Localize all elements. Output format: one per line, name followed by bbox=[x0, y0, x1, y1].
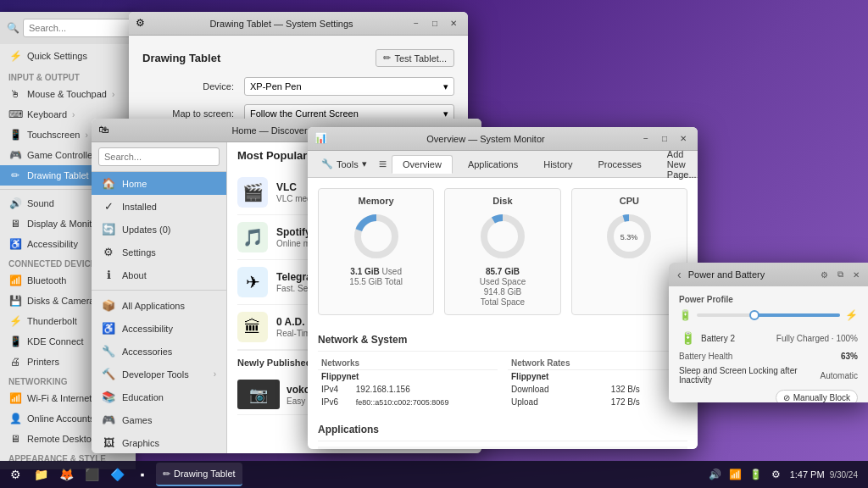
device-row: Device: XP-Pen Pen ▾ bbox=[142, 77, 454, 96]
nav-settings[interactable]: ⚙ Settings bbox=[92, 241, 226, 263]
nav-mouse-touchpad[interactable]: 🖱 Mouse & Touchpad › bbox=[0, 84, 136, 104]
nav-label: Developer Tools bbox=[122, 369, 189, 380]
vlc-app-icon: 🎬 bbox=[237, 177, 268, 208]
tray-network-icon[interactable]: 📶 bbox=[727, 466, 744, 483]
download-row: Download 132 B/s bbox=[508, 383, 687, 396]
kde-menu-icon[interactable]: ⚙ bbox=[3, 463, 27, 486]
nav-label: Quick Settings bbox=[27, 51, 87, 61]
nav-quick-settings[interactable]: ⚡ Quick Settings bbox=[0, 46, 136, 66]
kde-connect-icon: 📱 bbox=[8, 336, 22, 347]
taskbar-terminal-icon[interactable]: ⬛ bbox=[80, 463, 103, 486]
nav-education[interactable]: 📚 Education bbox=[92, 385, 226, 408]
chevron-right-icon: › bbox=[214, 369, 216, 379]
disk-stat-card: Disk 85.7 GiB Used Space 914.8 GiB Total… bbox=[444, 188, 560, 315]
tab-overview[interactable]: Overview bbox=[392, 155, 453, 174]
keyboard-icon: ⌨ bbox=[8, 108, 22, 120]
printers-icon: 🖨 bbox=[8, 356, 22, 368]
spotify-icon: 🎵 bbox=[242, 227, 264, 247]
nav-label: Display & Monitor bbox=[27, 219, 100, 229]
power-profile-track[interactable] bbox=[697, 313, 840, 317]
nav-updates[interactable]: 🔄 Updates (0) bbox=[92, 218, 226, 241]
tools-menu-button[interactable]: 🔧 Tools ▾ bbox=[314, 156, 374, 172]
sleep-value: Automatic bbox=[821, 371, 858, 380]
power-detach-icon[interactable]: ⧉ bbox=[833, 268, 847, 281]
tools-icon: 🔧 bbox=[321, 158, 333, 169]
display-icon: 🖥 bbox=[8, 218, 22, 230]
power-settings-icon[interactable]: ⚙ bbox=[817, 268, 831, 281]
monitor-controls: − □ ✕ bbox=[638, 131, 691, 147]
nav-label: Thunderbolt bbox=[27, 316, 77, 326]
cpu-percent-text: 5.3% bbox=[620, 233, 638, 241]
tray-battery-icon[interactable]: 🔋 bbox=[748, 466, 765, 483]
nav-home[interactable]: 🏠 Home bbox=[92, 172, 226, 195]
settings-window-icon: ⚙ bbox=[136, 17, 149, 30]
minimize-button[interactable]: − bbox=[638, 131, 654, 147]
slider-thumb bbox=[749, 310, 760, 320]
monitor-titlebar: 📊 Overview — System Monitor − □ ✕ bbox=[308, 127, 698, 151]
clock-time[interactable]: 1:47 PM bbox=[790, 469, 825, 480]
clock-date[interactable]: 9/30/24 bbox=[830, 470, 858, 480]
taskbar-app5-icon[interactable]: 🔷 bbox=[105, 463, 129, 486]
accessories-icon: 🔧 bbox=[102, 345, 115, 358]
sidebar-search-input[interactable] bbox=[23, 19, 136, 37]
settings-icon: ⚙ bbox=[102, 246, 115, 258]
sidebar-search-area: 🔍 bbox=[0, 12, 136, 44]
monitor-window-icon: 📊 bbox=[314, 132, 328, 146]
nav-about[interactable]: ℹ About bbox=[92, 263, 226, 286]
bluetooth-icon: 📶 bbox=[8, 274, 22, 286]
network-section: Network & System Networks Flippynet bbox=[318, 329, 687, 408]
maximize-button[interactable]: □ bbox=[427, 16, 442, 31]
nav-label: Keyboard bbox=[27, 109, 67, 119]
manually-block-button[interactable]: ⊘ Manually Block bbox=[776, 390, 858, 402]
test-tablet-button[interactable]: ✏ Test Tablet... bbox=[376, 49, 454, 67]
discover-sidebar: 🏠 Home ✓ Installed 🔄 Updates (0) ⚙ Setti… bbox=[92, 142, 227, 453]
taskbar-drawing-tablet-app[interactable]: ✏ Drawing Tablet bbox=[156, 463, 242, 486]
power-battery-window: ‹ Power and Battery ⚙ ⧉ ✕ Power Profile … bbox=[669, 263, 868, 402]
battery-health-label: Battery Health bbox=[679, 352, 841, 361]
ipv6-label: IPv6 bbox=[318, 396, 353, 408]
col-upload: Upload bbox=[632, 446, 687, 449]
nav-label: Disks & Cameras bbox=[27, 296, 99, 306]
nav-all-apps[interactable]: 📦 All Applications bbox=[92, 294, 226, 317]
taskbar-app6-icon[interactable]: ▪ bbox=[131, 463, 154, 486]
hamburger-menu-icon[interactable]: ≡ bbox=[379, 157, 387, 172]
maximize-button[interactable]: □ bbox=[657, 131, 672, 147]
power-back-button[interactable]: ‹ bbox=[674, 266, 685, 283]
nav-graphics[interactable]: 🖼 Graphics bbox=[92, 431, 226, 453]
nav-label: Touchscreen bbox=[27, 130, 80, 140]
0ad-icon: 🏛 bbox=[244, 318, 261, 337]
minimize-button[interactable]: − bbox=[409, 16, 424, 31]
nav-developer-tools[interactable]: 🔨 Developer Tools › bbox=[92, 363, 226, 385]
tab-applications[interactable]: Applications bbox=[458, 156, 528, 173]
nav-label: Settings bbox=[122, 247, 156, 258]
tray-speaker-icon[interactable]: 🔊 bbox=[707, 466, 724, 483]
memory-donut bbox=[351, 211, 402, 262]
nav-games[interactable]: 🎮 Games bbox=[92, 408, 226, 431]
nav-accessibility-cat[interactable]: ♿ Accessibility bbox=[92, 317, 226, 340]
tab-processes[interactable]: Processes bbox=[587, 156, 651, 173]
close-button[interactable]: ✕ bbox=[446, 16, 461, 31]
close-button[interactable]: ✕ bbox=[676, 131, 691, 147]
nav-accessories[interactable]: 🔧 Accessories bbox=[92, 340, 226, 363]
dev-tools-icon: 🔨 bbox=[102, 368, 115, 380]
rates-network-name: Flippynet bbox=[508, 370, 687, 384]
sidebar-separator bbox=[92, 290, 226, 291]
tab-add-new[interactable]: Add New Page... bbox=[657, 146, 698, 183]
thunderbolt-icon: ⚡ bbox=[8, 315, 22, 327]
taskbar-files-icon[interactable]: 📁 bbox=[29, 463, 53, 486]
tray-settings-icon[interactable]: ⚙ bbox=[768, 466, 785, 483]
ipv4-label: IPv4 bbox=[318, 383, 353, 396]
nav-installed[interactable]: ✓ Installed bbox=[92, 195, 226, 218]
nav-label: Online Accounts bbox=[27, 413, 95, 424]
0ad-app-icon: 🏛 bbox=[237, 312, 268, 342]
power-close-icon[interactable]: ✕ bbox=[849, 268, 863, 281]
tab-history[interactable]: History bbox=[533, 156, 582, 173]
col-memory: Memory bbox=[499, 446, 565, 449]
ipv6-value: fe80::a510:c002:7005:8069 bbox=[353, 396, 498, 408]
device-select[interactable]: XP-Pen Pen ▾ bbox=[244, 77, 454, 96]
taskbar-firefox-icon[interactable]: 🦊 bbox=[54, 463, 78, 486]
battery2-row: 🔋 Battery 2 Fully Charged · 100% bbox=[679, 330, 858, 347]
discover-search-input[interactable] bbox=[98, 147, 220, 166]
power-profile-slider-area: 🔋 ⚡ bbox=[679, 309, 858, 321]
battery-profile-icon: 🔋 bbox=[679, 309, 692, 321]
